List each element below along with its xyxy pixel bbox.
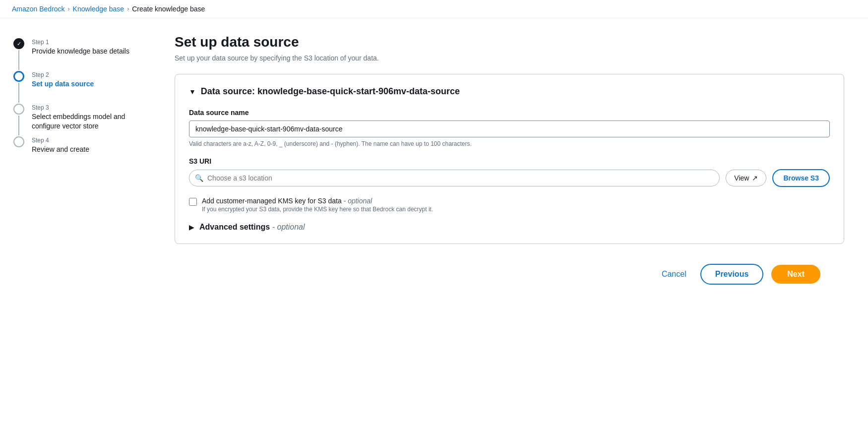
s3-uri-label: S3 URI: [189, 157, 830, 165]
kms-label-text: Add customer-managed KMS key for S3 data: [202, 197, 342, 205]
step-1-label-small: Step 1: [32, 38, 129, 47]
step-4-label-small: Step 4: [32, 136, 89, 145]
step-connector-3: [18, 116, 19, 135]
advanced-settings-label-text: Advanced settings: [199, 223, 270, 231]
search-icon: 🔍: [195, 174, 203, 182]
step-3: Step 3 Select embeddings model and confi…: [12, 104, 151, 136]
card-header: ▼ Data source: knowledge-base-quick-star…: [189, 86, 830, 97]
page-title: Set up data source: [175, 34, 844, 50]
step-3-label-main: Select embeddings model and configure ve…: [32, 112, 151, 131]
breadcrumb-sep-2: ›: [127, 5, 129, 12]
kms-hint: If you encrypted your S3 data, provide t…: [202, 206, 433, 213]
breadcrumb-link-amazon-bedrock[interactable]: Amazon Bedrock: [12, 5, 65, 13]
main-layout: ✓ Step 1 Provide knowledge base details: [0, 18, 868, 419]
s3-uri-input[interactable]: [189, 170, 720, 186]
step-3-label-small: Step 3: [32, 104, 151, 112]
kms-optional-text: - optional: [344, 197, 372, 205]
cancel-button[interactable]: Cancel: [656, 266, 692, 283]
data-source-name-label: Data source name: [189, 109, 830, 117]
data-source-name-group: Data source name Valid characters are a-…: [189, 109, 830, 147]
step-2-label-main: Set up data source: [32, 79, 94, 89]
card-title: Data source: knowledge-base-quick-start-…: [201, 86, 460, 97]
step-3-circle: [13, 104, 24, 115]
page-description: Set up your data source by specifying th…: [175, 54, 844, 62]
previous-button[interactable]: Previous: [700, 264, 764, 285]
breadcrumb-sep-1: ›: [68, 5, 70, 12]
s3-uri-group: S3 URI 🔍 View ↗ Browse S3: [189, 157, 830, 187]
step-2-label-small: Step 2: [32, 71, 94, 79]
bottom-actions: Cancel Previous Next: [175, 252, 844, 297]
advanced-settings-row[interactable]: ▶ Advanced settings - optional: [189, 223, 830, 232]
step-4-label-main: Review and create: [32, 145, 89, 155]
s3-uri-row: 🔍 View ↗ Browse S3: [189, 169, 830, 187]
stepper: ✓ Step 1 Provide knowledge base details: [12, 34, 151, 407]
step-1-label-main: Provide knowledge base details: [32, 47, 129, 57]
data-source-card: ▼ Data source: knowledge-base-quick-star…: [175, 74, 844, 244]
step-2: Step 2 Set up data source: [12, 71, 151, 104]
view-button[interactable]: View ↗: [726, 170, 766, 186]
external-link-icon: ↗: [752, 174, 758, 182]
step-connector-1: [18, 50, 19, 70]
data-source-name-input[interactable]: [189, 121, 830, 137]
advanced-settings-label: Advanced settings - optional: [199, 223, 305, 232]
step-connector-2: [18, 83, 19, 103]
s3-search-wrap: 🔍: [189, 170, 720, 186]
browse-s3-button[interactable]: Browse S3: [772, 169, 830, 187]
breadcrumb: Amazon Bedrock › Knowledge base › Create…: [0, 0, 868, 18]
content-area: Set up data source Set up your data sour…: [151, 34, 856, 407]
step-2-circle: [13, 71, 24, 82]
advanced-settings-expand-icon: ▶: [189, 223, 194, 231]
collapse-icon[interactable]: ▼: [189, 88, 196, 96]
view-button-label: View: [734, 174, 749, 182]
kms-checkbox[interactable]: [189, 198, 197, 206]
step-1-circle: ✓: [13, 38, 24, 49]
kms-row: Add customer-managed KMS key for S3 data…: [189, 197, 830, 213]
kms-label: Add customer-managed KMS key for S3 data…: [202, 197, 433, 205]
breadcrumb-link-knowledge-base[interactable]: Knowledge base: [73, 5, 124, 13]
step-4-circle: [13, 136, 24, 147]
breadcrumb-current: Create knowledge base: [132, 5, 205, 13]
next-button[interactable]: Next: [771, 265, 820, 284]
step-4: Step 4 Review and create: [12, 136, 151, 154]
advanced-settings-optional: - optional: [272, 223, 305, 231]
data-source-name-hint: Valid characters are a-z, A-Z, 0-9, _ (u…: [189, 140, 830, 147]
step-1: ✓ Step 1 Provide knowledge base details: [12, 38, 151, 71]
